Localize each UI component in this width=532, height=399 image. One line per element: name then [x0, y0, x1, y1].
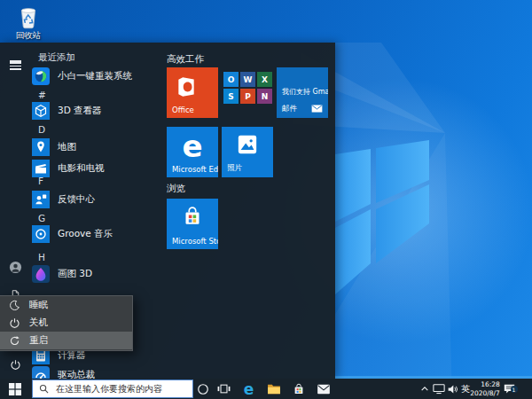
tile-group-office-small: O W X S P N [222, 67, 273, 118]
tile-mail[interactable]: 我们支持 Gmail 邮件 [277, 67, 328, 118]
tray-clock[interactable]: 16:28 2020/8/7 [471, 379, 499, 399]
tile-powerpoint[interactable]: P [240, 89, 255, 104]
tile-onenote[interactable]: N [257, 89, 272, 104]
speaker-icon [447, 384, 458, 395]
mail-taskbar-button[interactable] [316, 379, 332, 399]
tray-network-button[interactable] [431, 379, 446, 399]
app-item-feedback-hub[interactable]: 反馈中心 [32, 189, 163, 210]
tile-office[interactable]: Office [167, 67, 218, 118]
xiaobai-reinstall-icon [32, 67, 50, 85]
feedback-hub-icon [32, 191, 50, 208]
user-account-button[interactable] [7, 259, 23, 275]
paint3d-icon [32, 265, 50, 283]
power-menu-label: 睡眠 [29, 299, 48, 311]
power-menu-label: 重启 [29, 334, 48, 347]
mail-envelope-icon [317, 384, 331, 395]
tile-microsoft-edge[interactable]: e Microsoft Edge [167, 127, 218, 177]
tile-excel[interactable]: X [257, 72, 272, 87]
store-bag-icon [293, 383, 305, 395]
gauge-app-icon [32, 366, 50, 379]
cortana-icon [197, 383, 209, 395]
tray-volume-button[interactable] [446, 379, 459, 399]
groove-music-icon [32, 225, 50, 243]
app-label: 画图 3D [58, 268, 92, 280]
3d-viewer-icon [32, 102, 50, 120]
app-item-xiaobai[interactable]: 小白一键重装系统 [32, 66, 163, 87]
network-monitor-icon [433, 383, 445, 395]
app-label: 驱动总裁 [58, 369, 95, 379]
tile-group-header-explore[interactable]: 浏览 [167, 183, 185, 195]
restart-icon [9, 335, 20, 347]
mail-envelope-icon [311, 105, 323, 113]
shutdown-power-icon [9, 317, 20, 329]
app-item-drvceo[interactable]: 驱动总裁 [32, 364, 163, 379]
taskbar-search-input[interactable] [54, 383, 191, 395]
app-label: 反馈中心 [58, 193, 95, 206]
power-menu-restart[interactable]: 重启 [0, 332, 132, 349]
recycle-bin-shortcut[interactable]: 回收站 [5, 4, 51, 42]
store-bag-icon [182, 206, 203, 227]
cortana-button[interactable] [195, 379, 210, 399]
app-label: 3D 查看器 [58, 105, 102, 117]
app-list-header-f[interactable]: F [38, 176, 43, 186]
power-menu-sleep[interactable]: 睡眠 [0, 296, 132, 314]
notification-count-badge: 1 [511, 386, 518, 393]
app-item-maps[interactable]: 地图 [32, 137, 163, 158]
taskbar: e [0, 379, 532, 399]
user-icon [9, 261, 22, 274]
mail-tile-message: 我们支持 Gmail [282, 87, 328, 97]
power-button[interactable] [7, 356, 23, 372]
tile-word[interactable]: W [240, 72, 255, 87]
taskbar-edge-button[interactable]: e [241, 379, 256, 399]
tile-microsoft-store[interactable]: Microsoft Store [167, 199, 218, 249]
power-icon [10, 359, 21, 371]
windows-logo-icon [9, 383, 21, 395]
app-item-paint3d[interactable]: 画图 3D [32, 263, 163, 285]
tray-time: 16:28 [470, 380, 500, 389]
power-menu-shutdown[interactable]: 关机 [0, 314, 132, 332]
app-label: 地图 [58, 141, 76, 153]
app-label: 计算器 [58, 349, 86, 362]
folder-icon [267, 383, 281, 395]
tray-date: 2020/8/7 [470, 389, 500, 398]
store-taskbar-button[interactable] [291, 379, 307, 399]
desktop: 回收站 最近添加 [0, 0, 532, 399]
app-label: 小白一键重装系统 [58, 70, 132, 82]
app-list-header-g[interactable]: G [38, 213, 45, 223]
tray-show-hidden-icons-button[interactable] [419, 379, 430, 399]
tile-label: 邮件 [282, 104, 297, 114]
movies-tv-icon [32, 160, 50, 177]
tile-group-header-productivity[interactable]: 高效工作 [167, 53, 204, 66]
taskbar-search-box[interactable] [32, 379, 193, 398]
tile-outlook[interactable]: O [223, 72, 239, 87]
start-button[interactable] [0, 379, 30, 399]
action-center-button[interactable]: 1 [500, 379, 518, 399]
app-item-3d-viewer[interactable]: 3D 查看器 [32, 100, 163, 121]
edge-logo-icon: e [244, 380, 254, 398]
tile-skype[interactable]: S [223, 89, 239, 104]
tile-photos[interactable]: 照片 [222, 127, 273, 177]
recycle-bin-icon [17, 4, 40, 29]
app-list-header-hash[interactable]: # [38, 90, 46, 100]
recycle-bin-label: 回收站 [5, 30, 51, 42]
tile-label: Microsoft Store [172, 237, 218, 246]
tile-label: Office [172, 106, 194, 114]
hamburger-icon [10, 60, 21, 62]
tile-label: 照片 [227, 163, 242, 174]
app-label: Groove 音乐 [58, 228, 113, 240]
power-flyout-menu: 睡眠 关机 重启 [0, 295, 133, 351]
task-view-button[interactable] [216, 379, 231, 399]
sleep-moon-icon [9, 300, 20, 311]
maps-icon [32, 138, 50, 156]
photos-icon [237, 134, 258, 155]
app-item-movies-tv[interactable]: 电影和电视 [32, 158, 163, 179]
start-menu-expand-button[interactable] [7, 53, 23, 69]
office-logo-icon [175, 75, 198, 98]
app-item-groove-music[interactable]: Groove 音乐 [32, 223, 163, 245]
file-explorer-button[interactable] [266, 379, 282, 399]
task-view-icon [217, 383, 231, 395]
app-list-header-h[interactable]: H [38, 252, 45, 262]
edge-logo-icon: e [167, 131, 218, 161]
chevron-up-icon [420, 386, 429, 392]
app-list-header-d[interactable]: D [38, 124, 45, 135]
